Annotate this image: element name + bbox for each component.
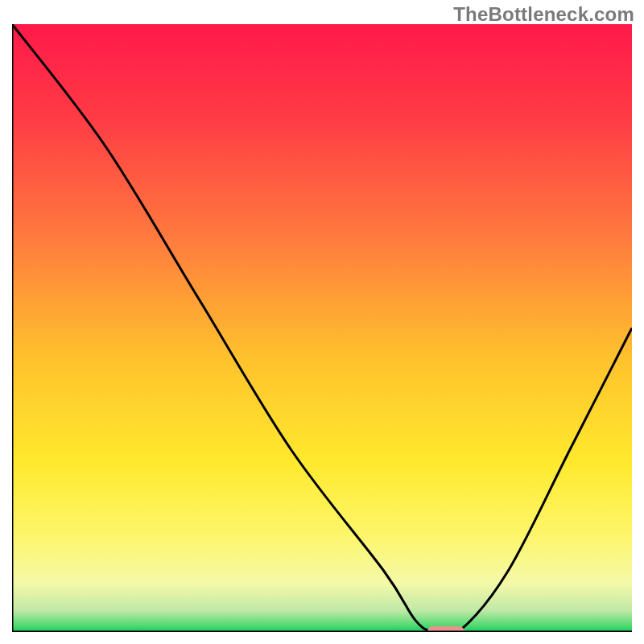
watermark-label: TheBottleneck.com [453,3,634,26]
gradient-background [12,24,632,632]
plot-svg [12,24,632,632]
chart-stage: TheBottleneck.com [0,0,644,644]
bottleneck-plot [12,24,632,632]
